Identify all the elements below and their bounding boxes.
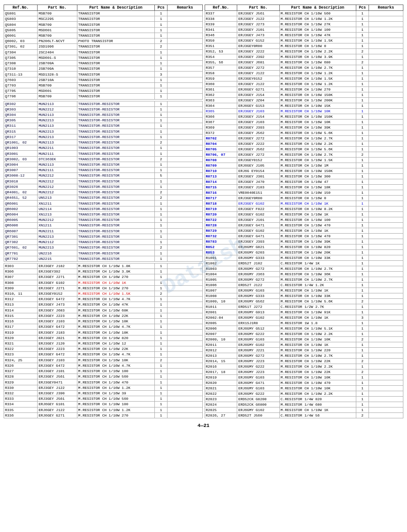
right-cell-0: R2013 bbox=[205, 353, 237, 359]
left-cell-0: QR3007 bbox=[4, 168, 38, 173]
right-cell-4 bbox=[369, 217, 403, 223]
right-table-row: R2005ERX1SJ1R8M.RESISTOR 1W 1.81 bbox=[205, 321, 403, 326]
left-cell-2: TRANSISTOR-RESISTOR bbox=[77, 228, 154, 234]
right-cell-2: M.RESISTOR CH 1/10W 2.7K bbox=[279, 353, 356, 359]
left-cell-3: 2 bbox=[155, 38, 168, 44]
right-cell-1: ERJ3GEY J393 bbox=[237, 239, 279, 244]
right-cell-3: 1 bbox=[356, 375, 369, 380]
right-cell-0: R0783 bbox=[205, 239, 237, 244]
right-cell-1: ERJ6GEY G153 bbox=[237, 103, 279, 109]
right-table-row: R0708ERJ3GEY0152M.RESISTOR CH 1/16W 1.5K… bbox=[205, 158, 403, 163]
left-cell-4 bbox=[168, 27, 202, 33]
left-table-row: QR315MUN2213TRANSISTOR-RESISTOR1 bbox=[4, 129, 203, 134]
left-table-row: QR6005MUN2212TRANSISTOR-RESISTOR1 bbox=[4, 217, 203, 223]
left-cell-1: ERJ3GEY J561 bbox=[38, 374, 77, 379]
right-cell-0: R0728 bbox=[205, 223, 237, 228]
left-cell-1: MUN2212 bbox=[38, 173, 77, 178]
left-cell-4 bbox=[168, 302, 202, 307]
left-cell-1: XN1211 bbox=[38, 201, 77, 206]
right-cell-1: ERJ3GEY J103 bbox=[237, 120, 279, 125]
right-cell-2: M.RESISTOR CH 1/10W 2.2K bbox=[279, 391, 356, 397]
left-table-row: R316ERJ3GEY J103M.RESISTOR CH 1/16W 10K1 bbox=[4, 319, 203, 324]
right-cell-2: M.RESISTOR CH 1/16W 1K bbox=[279, 201, 356, 206]
right-cell-1: ERD52T J102 bbox=[237, 261, 279, 266]
right-cell-2: M.RESISTOR CH 1/16W 1.5K bbox=[279, 76, 356, 81]
right-table-row: R361ERJ6GEY G271M.RESISTOR CH 1/10W 2701 bbox=[205, 87, 403, 92]
left-cell-0: QR6004 bbox=[4, 211, 38, 217]
right-cell-2: M.RESISTOR CH 1/10W 2.7K bbox=[279, 266, 356, 272]
left-cell-0: QR6007 bbox=[4, 228, 38, 234]
left-table-row: R313ERJ3GEY J473M.RESISTOR CH 1/16W 47K1 bbox=[4, 302, 203, 307]
right-cell-2: M.RESISTOR CH 1/10W 10K bbox=[279, 375, 356, 380]
right-cell-3: 1 bbox=[356, 76, 369, 81]
left-table-row: QR3004MUN2113TRANSISTOR-RESISTOR1 bbox=[4, 162, 203, 167]
left-cell-0: QR6006 bbox=[4, 223, 38, 228]
right-cell-3: 2 bbox=[356, 359, 369, 364]
right-cell-2: M.RESISTOR CH 1/16W 1.2K bbox=[279, 81, 356, 87]
right-cell-4 bbox=[369, 147, 403, 152]
right-cell-2: M.RESISTOR CH 1/16W 18K bbox=[279, 185, 356, 190]
left-cell-1: MUN2213 bbox=[38, 234, 77, 239]
right-cell-0: R0715 bbox=[205, 185, 237, 190]
right-cell-0: R852 bbox=[205, 244, 237, 250]
left-cell-2: TRANSISTOR bbox=[77, 22, 154, 27]
tables-container: Ref.No. Part No. Part Name & Description… bbox=[4, 5, 403, 418]
right-cell-3: 2 bbox=[356, 337, 369, 342]
right-cell-4 bbox=[369, 114, 403, 120]
left-cell-4 bbox=[168, 44, 202, 49]
right-cell-0: R0729 bbox=[205, 228, 237, 234]
right-cell-3: 1 bbox=[356, 98, 369, 103]
right-cell-0: R346 bbox=[205, 33, 237, 38]
left-cell-2: TRANSISTOR-RESISTOR bbox=[77, 234, 154, 239]
left-cell-4 bbox=[168, 223, 202, 228]
right-cell-0: R351 bbox=[205, 43, 237, 49]
right-cell-3: 2 bbox=[356, 369, 369, 375]
right-cell-1: ERJ6GMY G913 bbox=[237, 310, 279, 315]
right-cell-4 bbox=[369, 261, 403, 266]
right-cell-4 bbox=[369, 92, 403, 98]
left-table-row: R333ERJ3GEY J561M.RESISTOR CH 1/16W 5601 bbox=[4, 396, 203, 402]
right-cell-3: 3 bbox=[356, 315, 369, 321]
right-cell-0: R352, 53 bbox=[205, 49, 237, 54]
right-cell-2: M.RESISTOR CH 1/10W 20K bbox=[279, 250, 356, 255]
right-cell-2: M.RESISTOR CH 1/16W 39K bbox=[279, 239, 356, 244]
right-cell-1: ERJ3GEY J681 bbox=[237, 60, 279, 65]
right-cell-4 bbox=[369, 174, 403, 179]
left-cell-3: 1 bbox=[155, 223, 168, 228]
left-cell-3: 1 bbox=[155, 396, 168, 402]
right-cell-3: 1 bbox=[356, 342, 369, 348]
right-cell-2: C.RESISTOR 1/4W 1.2K bbox=[279, 283, 356, 288]
right-cell-0: R0719 bbox=[205, 206, 237, 212]
right-cell-0: R1007 bbox=[205, 288, 237, 293]
left-cell-3: 1 bbox=[155, 280, 168, 285]
left-cell-1: ERJ6GEY G101 bbox=[38, 402, 77, 407]
left-table-row: Q73082SB709ATRANSISTOR1 bbox=[4, 60, 203, 66]
left-cell-4 bbox=[168, 11, 202, 16]
left-table-row: R312ERJ3GEY G472M.RESISTOR CH 1/16W 4.7K… bbox=[4, 297, 203, 302]
left-cell-3: 1 bbox=[155, 274, 168, 280]
right-cell-1: ERJ6GMY G222 bbox=[237, 364, 279, 369]
right-cell-1: ERJ3GEY J154 bbox=[237, 92, 279, 98]
right-cell-4 bbox=[369, 81, 403, 87]
left-table-row: Q6001MSB709TRANSISTOR1 bbox=[4, 33, 203, 38]
left-cell-1: 2SC2404 bbox=[38, 49, 77, 55]
right-table-row: R360ERJ3GEY J122M.RESISTOR CH 1/16W 1.2K… bbox=[205, 81, 403, 87]
right-cell-0: R0710 bbox=[205, 168, 237, 174]
left-cell-1: MUN2113 bbox=[38, 112, 77, 117]
right-cell-3: 1 bbox=[356, 283, 369, 288]
right-table-row: R2001ERJ6GMY G913M.RESISTOR CH 1/10W 91K… bbox=[205, 310, 403, 315]
left-cell-0: R322 bbox=[4, 346, 38, 352]
right-cell-2: M.RESISTOR CH 1/10W 33K bbox=[279, 255, 356, 261]
right-cell-4 bbox=[369, 54, 403, 60]
left-cell-0: QR1003 bbox=[4, 145, 38, 151]
right-header-pcs: Pcs bbox=[356, 5, 369, 11]
left-cell-1: ERJ3GEY J101 bbox=[38, 369, 77, 374]
left-cell-3: 1 bbox=[155, 390, 168, 396]
right-cell-4 bbox=[369, 98, 403, 103]
left-cell-2: M.RESISTOR CH 1/16W 1K bbox=[77, 280, 154, 285]
right-cell-0: R357 bbox=[205, 65, 237, 71]
left-cell-4 bbox=[168, 33, 202, 38]
right-cell-4 bbox=[369, 87, 403, 92]
right-cell-3: 1 bbox=[356, 239, 369, 244]
right-cell-2: M.RESISTOR CH 1/10W 10K bbox=[279, 386, 356, 391]
